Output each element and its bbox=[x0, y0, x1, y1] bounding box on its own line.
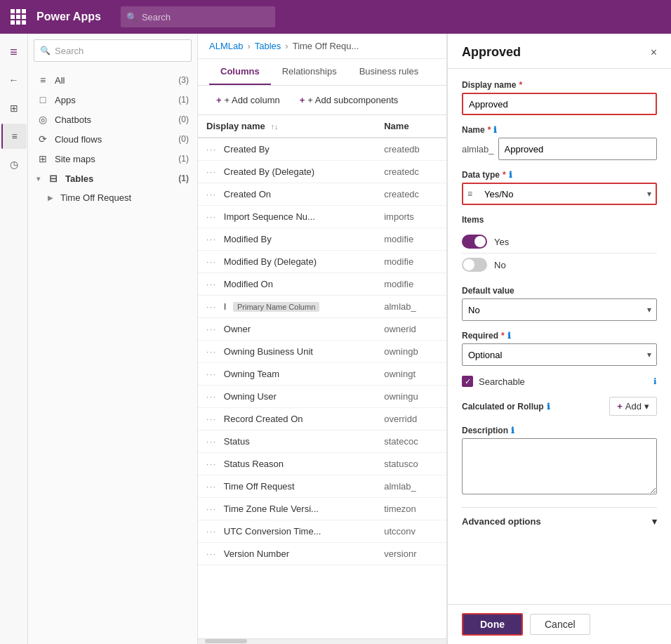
toggle-no[interactable] bbox=[462, 258, 487, 272]
table-row[interactable]: ··· I Primary Name Column almlab_ bbox=[198, 296, 446, 318]
sidebar-item-tables[interactable]: ▾ ⊟ Tables (1) bbox=[28, 169, 197, 188]
search-icon: 🔍 bbox=[126, 12, 138, 22]
dots-menu[interactable]: ··· bbox=[206, 280, 217, 289]
grid-menu-icon[interactable] bbox=[8, 7, 28, 27]
data-type-select[interactable]: Yes/No Text Number Date/Time bbox=[462, 183, 657, 205]
table-row[interactable]: ··· Modified By (Delegate) modifie bbox=[198, 251, 446, 273]
table-row[interactable]: ··· Status statecoc bbox=[198, 431, 446, 453]
nav-apps[interactable]: ⊞ bbox=[1, 96, 27, 121]
table-row[interactable]: ··· Version Number versionr bbox=[198, 543, 446, 565]
default-value-select[interactable]: No Yes bbox=[462, 298, 657, 321]
table-row[interactable]: ··· Status Reason statusco bbox=[198, 453, 446, 475]
table-row[interactable]: ··· Owning User owningu bbox=[198, 386, 446, 408]
cell-display-name: ··· UTC Conversion Time... bbox=[198, 520, 376, 543]
tab-relationships[interactable]: Relationships bbox=[271, 59, 348, 85]
horizontal-scrollbar[interactable] bbox=[198, 638, 446, 644]
dots-menu[interactable]: ··· bbox=[206, 168, 217, 176]
searchable-checkbox[interactable]: ✓ bbox=[462, 376, 473, 387]
required-select[interactable]: Optional Business Recommended Business R… bbox=[462, 343, 657, 366]
cancel-button[interactable]: Cancel bbox=[530, 614, 590, 635]
dots-menu[interactable]: ··· bbox=[206, 415, 217, 423]
dots-menu[interactable]: ··· bbox=[206, 393, 217, 401]
table-row[interactable]: ··· UTC Conversion Time... utcconv bbox=[198, 520, 446, 543]
table-row[interactable]: ··· Created On createdc bbox=[198, 183, 446, 206]
dots-menu[interactable]: ··· bbox=[206, 550, 217, 558]
sidebar-item-chatbots[interactable]: ◎ Chatbots (0) bbox=[28, 110, 197, 129]
toggle-yes[interactable] bbox=[462, 235, 487, 249]
advanced-options-row[interactable]: Advanced options ▾ bbox=[462, 507, 657, 535]
table-row[interactable]: ··· Owning Team owningt bbox=[198, 363, 446, 386]
table-row[interactable]: ··· Time Zone Rule Versi... timezon bbox=[198, 498, 446, 520]
table-row[interactable]: ··· Time Off Request almlab_ bbox=[198, 475, 446, 498]
dots-menu[interactable]: ··· bbox=[206, 258, 217, 266]
search-box[interactable]: 🔍 bbox=[121, 6, 275, 27]
tab-business-rules[interactable]: Business rules bbox=[348, 59, 430, 85]
done-button[interactable]: Done bbox=[462, 613, 523, 636]
sidebar-search-input[interactable] bbox=[55, 46, 185, 56]
cell-display-name: ··· Status Reason bbox=[198, 453, 376, 475]
dots-menu[interactable]: ··· bbox=[206, 460, 217, 468]
dots-menu[interactable]: ··· bbox=[206, 303, 217, 311]
data-table: Display name ↑↓ Name ··· Created By crea… bbox=[198, 115, 446, 638]
table-row[interactable]: ··· Record Created On overridd bbox=[198, 408, 446, 431]
dots-menu[interactable]: ··· bbox=[206, 213, 217, 221]
table-row[interactable]: ··· Modified By modifie bbox=[198, 228, 446, 251]
breadcrumb-tables[interactable]: Tables bbox=[255, 41, 281, 51]
dots-menu[interactable]: ··· bbox=[206, 348, 217, 356]
cell-display-name: ··· Created On bbox=[198, 183, 376, 206]
name-input[interactable] bbox=[498, 138, 657, 160]
add-subcomponents-button[interactable]: + + Add subcomponents bbox=[293, 91, 406, 109]
search-input[interactable] bbox=[142, 12, 270, 22]
table-row[interactable]: ··· Modified On modifie bbox=[198, 273, 446, 296]
dots-menu[interactable]: ··· bbox=[206, 482, 217, 491]
required-info-icon[interactable]: ℹ bbox=[507, 331, 511, 341]
cell-key: createdc bbox=[376, 183, 446, 206]
dots-menu[interactable]: ··· bbox=[206, 505, 217, 513]
table-row[interactable]: ··· Import Sequence Nu... imports bbox=[198, 206, 446, 228]
table-row[interactable]: ··· Created By (Delegate) createdc bbox=[198, 161, 446, 183]
searchable-label: Searchable bbox=[479, 376, 525, 387]
data-type-info-icon[interactable]: ℹ bbox=[509, 170, 512, 180]
col-header-name[interactable]: Name bbox=[376, 115, 446, 138]
calculated-info-icon[interactable]: ℹ bbox=[547, 402, 550, 412]
sidebar-item-cloud-flows[interactable]: ⟳ Cloud flows (0) bbox=[28, 129, 197, 149]
nav-history[interactable]: ◷ bbox=[1, 152, 27, 177]
breadcrumb-almlab[interactable]: ALMLab bbox=[209, 41, 243, 51]
dots-menu[interactable]: ··· bbox=[206, 370, 217, 379]
col-header-display-name[interactable]: Display name ↑↓ bbox=[198, 115, 376, 138]
scroll-handle[interactable] bbox=[205, 639, 247, 643]
description-textarea[interactable] bbox=[462, 438, 657, 494]
sidebar-item-site-maps[interactable]: ⊞ Site maps (1) bbox=[28, 149, 197, 169]
tab-columns[interactable]: Columns bbox=[209, 59, 271, 85]
table-row[interactable]: ··· Owning Business Unit owningb bbox=[198, 341, 446, 363]
sidebar-item-chatbots-count: (0) bbox=[178, 114, 189, 124]
dots-menu[interactable]: ··· bbox=[206, 190, 217, 199]
sidebar-item-time-off-request[interactable]: ▶ Time Off Request bbox=[28, 188, 197, 207]
close-button[interactable]: × bbox=[651, 46, 657, 59]
sidebar-item-apps[interactable]: □ Apps (1) bbox=[28, 90, 197, 110]
name-info-icon[interactable]: ℹ bbox=[493, 125, 497, 135]
nav-data[interactable]: ≡ bbox=[1, 124, 27, 149]
searchable-info-icon[interactable]: ℹ bbox=[653, 376, 657, 386]
description-info-icon[interactable]: ℹ bbox=[511, 426, 514, 435]
dots-menu[interactable]: ··· bbox=[206, 235, 217, 244]
nav-home[interactable]: ≡ bbox=[1, 39, 27, 65]
toggle-no-row: No bbox=[462, 254, 657, 276]
calculated-rollup-label: Calculated or Rollup ℹ + Add ▾ bbox=[462, 397, 657, 416]
dots-menu[interactable]: ··· bbox=[206, 527, 217, 536]
table-row[interactable]: ··· Owner ownerid bbox=[198, 318, 446, 341]
sidebar-item-all[interactable]: ≡ All (3) bbox=[28, 70, 197, 90]
add-column-button[interactable]: + + Add column bbox=[209, 91, 287, 109]
items-field: Items Yes No bbox=[462, 215, 657, 276]
sidebar-search-box[interactable]: 🔍 bbox=[34, 39, 192, 62]
table-row[interactable]: ··· Created By createdb bbox=[198, 138, 446, 161]
cell-key: versionr bbox=[376, 543, 446, 565]
display-name-input[interactable] bbox=[462, 93, 657, 115]
add-calculated-button[interactable]: + Add ▾ bbox=[609, 397, 657, 416]
cell-display-name: ··· Created By bbox=[198, 138, 376, 161]
dots-menu[interactable]: ··· bbox=[206, 438, 217, 446]
advanced-options-label: Advanced options bbox=[462, 516, 541, 527]
dots-menu[interactable]: ··· bbox=[206, 325, 217, 334]
nav-back[interactable]: ← bbox=[1, 67, 27, 93]
dots-menu[interactable]: ··· bbox=[206, 145, 217, 154]
